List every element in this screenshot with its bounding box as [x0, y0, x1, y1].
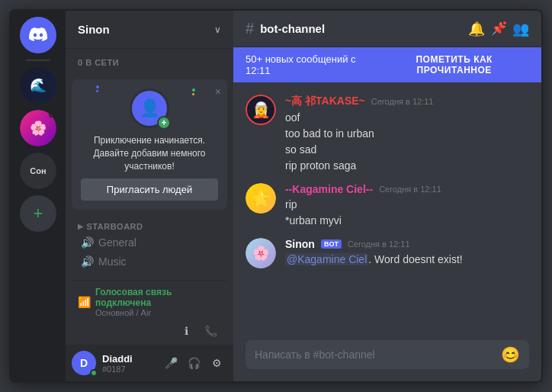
sidebar-server-header[interactable]: Sinon ∨	[66, 11, 233, 49]
pin-notification-dot	[502, 20, 508, 26]
voice-channel-name: Основной / Air	[95, 308, 221, 317]
message-body-1: oof too bad to in urban so sad rip proto…	[285, 110, 529, 174]
message-author-2: --Kagamine Ciel--	[285, 183, 373, 195]
welcome-card: × 👤 +	[72, 79, 227, 210]
category-label: starboard	[87, 222, 143, 231]
avatar-takase: 🧝	[246, 95, 276, 125]
voice-phone-button[interactable]: 📞	[200, 320, 221, 342]
chat-messages: 🧝 ~高 祁TAKASE~ Сегодня в 12:11 oof too ba…	[233, 82, 541, 340]
user-controls: 🎤 🎧 ⚙	[160, 352, 227, 374]
members-icon: 👥	[512, 21, 529, 37]
chat-input-area: 😊	[233, 340, 541, 381]
header-actions: 🔔 📌 👥	[468, 21, 529, 37]
channel-sidebar: Sinon ∨ 0 В СЕТИ ×	[66, 11, 233, 381]
server-letter-avatar: Сон	[20, 153, 56, 189]
mic-button[interactable]: 🎤	[160, 352, 181, 374]
channel-name-general: General	[98, 236, 136, 249]
server-avatar-1: 🌊	[20, 67, 56, 104]
message-header-1: ~高 祁TAKASE~ Сегодня в 12:11	[285, 95, 529, 108]
avatar-sinon: 🌸	[246, 238, 276, 268]
message-content-1: ~高 祁TAKASE~ Сегодня в 12:11 oof too bad …	[285, 95, 529, 174]
welcome-avatar-plus: +	[157, 116, 171, 130]
username: Diaddi	[102, 353, 154, 365]
emoji-icon: 😊	[501, 346, 520, 363]
welcome-avatar-container: 👤 +	[81, 88, 218, 128]
app-container: 🌊 🌸 Сон + Sinon ∨ 0 В СЕТИ	[9, 9, 543, 383]
message-group-2: 🌟 --Kagamine Ciel-- Сегодня в 12:11 rip …	[246, 183, 529, 229]
message-timestamp-3: Сегодня в 12:11	[348, 239, 410, 249]
bot-badge: BOT	[321, 239, 342, 249]
user-area: D Diaddi #0187 🎤 🎧 ⚙	[66, 345, 233, 381]
chat-input[interactable]	[255, 340, 501, 369]
voice-connected-area: 📶 Голосовая связь подключена Основной / …	[72, 280, 227, 345]
new-messages-text: 50+ новых сообщений с 12:11	[246, 53, 379, 76]
voice-bars-icon: 📶	[78, 296, 91, 308]
discord-logo[interactable]	[20, 17, 56, 53]
message-header-2: --Kagamine Ciel-- Сегодня в 12:11	[285, 183, 529, 195]
mark-read-button[interactable]: ПОМЕТИТЬ КАК ПРОЧИТАННОЕ	[379, 54, 529, 76]
avatar-kagamine: 🌟	[246, 183, 276, 214]
mention-kagamine[interactable]: @Kagamine Ciel	[285, 253, 368, 265]
headphone-icon: 🎧	[188, 357, 201, 369]
bell-icon: 🔔	[468, 21, 485, 37]
server-notification-dot	[49, 111, 55, 117]
voice-icon-music: 🔊	[81, 255, 94, 268]
voice-actions: ℹ 📞	[78, 320, 221, 342]
server-icon-2[interactable]: 🌸	[20, 110, 56, 146]
chat-header: # bot-channel 🔔 📌 👥	[233, 11, 541, 47]
settings-icon: ⚙	[212, 357, 222, 369]
decor-dots-right	[192, 88, 195, 95]
message-body-2: rip *urban myvi	[285, 197, 529, 229]
decor-dots-left	[96, 85, 99, 92]
channel-item-general[interactable]: 🔊 General	[72, 233, 227, 252]
message-header-3: Sinon BOT Сегодня в 12:11	[285, 238, 529, 250]
server-name: Sinon	[78, 23, 110, 36]
message-content-2: --Kagamine Ciel-- Сегодня в 12:11 rip *u…	[285, 183, 529, 229]
channel-hash-icon: #	[246, 20, 254, 37]
welcome-avatar-wrapper: 👤 +	[130, 88, 169, 128]
add-server-button[interactable]: +	[20, 195, 56, 232]
message-timestamp-1: Сегодня в 12:11	[371, 97, 434, 106]
voice-icon-general: 🔊	[81, 236, 94, 249]
headphone-button[interactable]: 🎧	[183, 352, 204, 374]
category-arrow: ▶	[78, 223, 84, 230]
new-messages-bar: 50+ новых сообщений с 12:11 ПОМЕТИТЬ КАК…	[233, 47, 541, 82]
server-divider	[26, 59, 50, 61]
voice-connected-text: Голосовая связь подключена	[95, 287, 221, 308]
pin-button[interactable]: 📌	[491, 21, 506, 36]
message-timestamp-2: Сегодня в 12:11	[379, 185, 441, 194]
notification-bell-button[interactable]: 🔔	[468, 21, 485, 37]
chat-input-wrapper: 😊	[246, 340, 529, 369]
welcome-text: Приключение начинается. Давайте добавим …	[81, 134, 218, 172]
invite-people-button[interactable]: Пригласить людей	[81, 178, 218, 201]
settings-button[interactable]: ⚙	[206, 352, 227, 374]
server-icon-1[interactable]: 🌊	[20, 67, 56, 104]
message-content-3: Sinon BOT Сегодня в 12:11 @Kagamine Ciel…	[285, 238, 529, 268]
main-content: # bot-channel 🔔 📌 👥 50+ новых сообщений …	[233, 11, 541, 381]
online-section: 0 В СЕТИ	[66, 55, 233, 73]
server-sidebar: 🌊 🌸 Сон +	[11, 11, 66, 381]
voice-status: 📶 Голосовая связь подключена Основной / …	[78, 287, 221, 317]
user-status-indicator	[90, 369, 98, 377]
voice-phone-icon: 📞	[204, 325, 217, 337]
message-author-1: ~高 祁TAKASE~	[285, 95, 365, 108]
emoji-button[interactable]: 😊	[501, 345, 520, 364]
mic-icon: 🎤	[165, 357, 178, 369]
members-button[interactable]: 👥	[512, 21, 529, 37]
user-tag: #0187	[102, 365, 154, 374]
sidebar-chevron: ∨	[214, 24, 221, 35]
voice-info-icon: ℹ	[185, 325, 188, 337]
user-avatar: D	[72, 351, 96, 375]
channel-title: bot-channel	[260, 22, 462, 35]
channel-category-starboard[interactable]: ▶ starboard	[66, 219, 233, 233]
voice-text-container: Голосовая связь подключена Основной / Ai…	[95, 287, 221, 317]
sidebar-body: 0 В СЕТИ × 👤	[66, 49, 233, 274]
server-icon-3[interactable]: Сон	[20, 153, 56, 189]
user-info: Diaddi #0187	[102, 353, 154, 374]
message-group-3: 🌸 Sinon BOT Сегодня в 12:11 @Kagamine Ci…	[246, 238, 529, 268]
message-body-3: @Kagamine Ciel. Word doesnt exist!	[285, 252, 529, 268]
message-author-3: Sinon	[285, 238, 315, 250]
voice-info-button[interactable]: ℹ	[175, 320, 197, 342]
message-group-1: 🧝 ~高 祁TAKASE~ Сегодня в 12:11 oof too ba…	[246, 95, 529, 174]
channel-item-music[interactable]: 🔊 Music	[72, 252, 227, 271]
